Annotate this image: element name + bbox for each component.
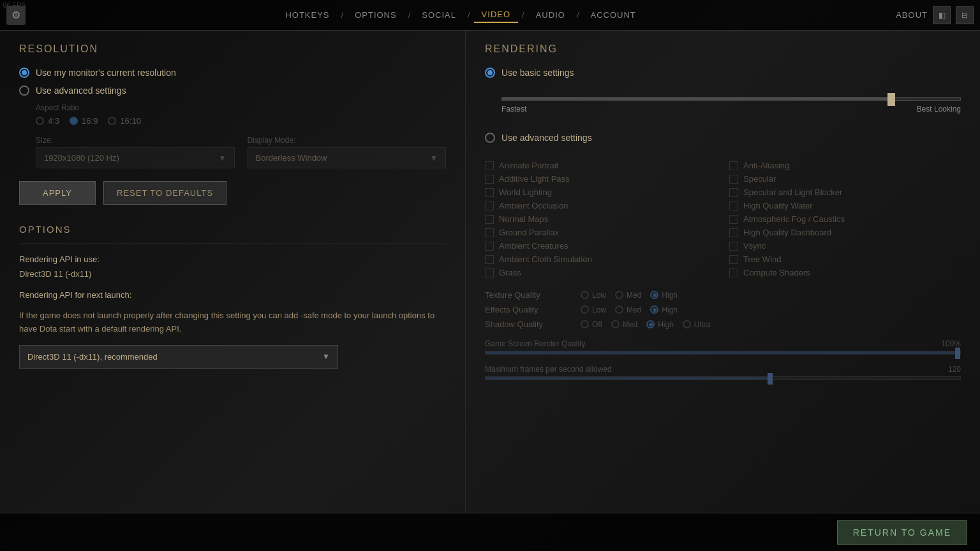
frames-thumb[interactable] xyxy=(768,373,773,385)
checkbox-normal-maps-label: Normal Maps xyxy=(499,214,548,224)
shadow-off: Off xyxy=(581,320,602,329)
advanced-section: Aspect Ratio 4:3 16:9 16:10 xyxy=(36,103,446,168)
aspect-ratio-options: 4:3 16:9 16:10 xyxy=(36,116,446,126)
texture-med-label: Med xyxy=(627,291,641,300)
effects-med-label: Med xyxy=(627,305,641,314)
use-monitor-resolution-label: Use my monitor's current resolution xyxy=(36,68,176,78)
use-basic-settings-radio[interactable] xyxy=(485,68,495,78)
texture-quality-label: Texture Quality xyxy=(485,290,574,300)
render-quality-label: Game Screen Render Quality xyxy=(485,339,585,348)
nav-item-account[interactable]: ACCOUNT xyxy=(583,8,644,22)
effects-med: Med xyxy=(615,305,641,314)
checkbox-high-quality-water-label: High Quality Water xyxy=(743,201,813,210)
shadow-high: High xyxy=(646,320,674,329)
use-monitor-resolution-option[interactable]: Use my monitor's current resolution xyxy=(19,68,446,78)
texture-low-radio xyxy=(581,291,589,299)
nav-item-video[interactable]: VIDEO xyxy=(474,7,518,23)
shadow-ultra-label: Ultra xyxy=(694,320,710,329)
api-dropdown[interactable]: Direct3D 11 (-dx11), recommended ▼ xyxy=(19,345,338,369)
nav-item-social[interactable]: SOCIAL xyxy=(414,8,464,22)
nav-icon-2[interactable]: ⊟ xyxy=(956,6,974,24)
size-dropdown-group: Size: 1920x1080 (120 Hz) ▼ xyxy=(36,136,235,168)
checkbox-animate-portrait: Animate Portrait xyxy=(485,161,716,170)
use-basic-settings-option[interactable]: Use basic settings xyxy=(485,68,961,78)
use-advanced-settings-option[interactable]: Use advanced settings xyxy=(19,85,446,96)
texture-med: Med xyxy=(615,291,641,300)
checkbox-tree-wind-box xyxy=(729,255,738,264)
render-quality-thumb[interactable] xyxy=(955,348,960,359)
checkbox-ambient-creatures-label: Ambient Creatures xyxy=(499,241,568,251)
nav-item-options[interactable]: OPTIONS xyxy=(347,8,405,22)
nav-about-link[interactable]: ABOUT xyxy=(896,10,928,20)
effects-low-radio xyxy=(581,305,589,314)
display-mode-dropdown[interactable]: Borderless Window ▼ xyxy=(248,147,447,168)
use-advanced-settings-radio[interactable] xyxy=(19,85,29,96)
shadow-ultra: Ultra xyxy=(683,320,710,329)
checkbox-grass-label: Grass xyxy=(499,268,521,277)
nav-icon-1[interactable]: ◧ xyxy=(933,6,951,24)
checkbox-grass: Grass xyxy=(485,268,716,277)
nav-separator-2: / xyxy=(408,10,411,20)
quality-slider-track[interactable] xyxy=(501,97,961,101)
use-advanced-rendering-option[interactable]: Use advanced settings xyxy=(485,133,961,143)
main-content: RESOLUTION Use my monitor's current reso… xyxy=(0,31,980,513)
nav-items-container: HOTKEYS / OPTIONS / SOCIAL / VIDEO / AUD… xyxy=(26,7,896,23)
checkbox-ambient-occlusion: Ambient Occlusion xyxy=(485,201,716,210)
display-mode-dropdown-group: Display Mode: Borderless Window ▼ xyxy=(248,136,447,168)
display-mode-value: Borderless Window xyxy=(256,153,327,163)
checkbox-world-lighting-label: World Lighting xyxy=(499,187,552,197)
quality-slider-thumb[interactable] xyxy=(887,93,895,106)
settings-gear-icon[interactable]: ⚙ xyxy=(6,6,26,25)
options-section-title: OPTIONS xyxy=(19,224,446,235)
effects-high-label: High xyxy=(662,305,678,314)
aspect-16-10: 16:10 xyxy=(108,116,141,126)
render-quality-fill xyxy=(486,351,960,354)
reset-button[interactable]: RESET TO DEFAULTS xyxy=(103,181,226,205)
effects-quality-options: Low Med High xyxy=(581,305,678,314)
api-dropdown-arrow: ▼ xyxy=(322,352,330,361)
frames-slider[interactable] xyxy=(485,376,961,380)
use-advanced-rendering-label: Use advanced settings xyxy=(501,133,592,143)
slider-right-label: Best Looking xyxy=(917,105,961,114)
effects-med-radio xyxy=(615,305,623,314)
render-quality-section: Game Screen Render Quality 100% xyxy=(485,339,961,355)
nav-right-area: ABOUT ◧ ⊟ xyxy=(896,6,974,24)
api-next-label: Rendering API for next launch: xyxy=(19,289,446,302)
size-value: 1920x1080 (120 Hz) xyxy=(44,153,119,163)
checkbox-ambient-occlusion-label: Ambient Occlusion xyxy=(499,201,568,210)
rendering-title: RENDERING xyxy=(485,43,961,55)
shadow-high-radio xyxy=(646,320,655,328)
checkbox-high-quality-water-box xyxy=(729,202,738,210)
top-navigation: ⚙ HOTKEYS / OPTIONS / SOCIAL / VIDEO / A… xyxy=(0,0,980,31)
frames-value: 120 xyxy=(948,365,961,374)
effects-quality-label: Effects Quality xyxy=(485,305,574,314)
checkbox-high-quality-dashboard: High Quality Dashboard xyxy=(729,228,961,237)
use-monitor-resolution-radio[interactable] xyxy=(19,68,29,78)
aspect-ratio-label: Aspect Ratio xyxy=(36,103,446,112)
checkbox-compute-shaders: Compute Shaders xyxy=(729,268,961,277)
checkbox-vsync-label: Vsync xyxy=(743,241,766,251)
checkbox-ambient-occlusion-box xyxy=(485,202,494,210)
render-quality-label-row: Game Screen Render Quality 100% xyxy=(485,339,961,348)
texture-high: High xyxy=(650,291,678,300)
nav-item-hotkeys[interactable]: HOTKEYS xyxy=(278,8,337,22)
slider-left-label: Fastest xyxy=(501,105,526,114)
aspect-16-9-label: 16:9 xyxy=(82,116,98,126)
apply-button[interactable]: APPLY xyxy=(19,181,96,205)
return-to-game-button[interactable]: RETURN TO GAME xyxy=(837,520,967,545)
shadow-off-radio xyxy=(581,320,589,328)
render-quality-slider[interactable] xyxy=(485,351,961,355)
quality-rows: Texture Quality Low Med High xyxy=(485,290,961,329)
shadow-quality-row: Shadow Quality Off Med High xyxy=(485,320,961,329)
use-advanced-rendering-radio[interactable] xyxy=(485,133,495,143)
display-mode-arrow: ▼ xyxy=(430,154,438,163)
checkbox-normal-maps: Normal Maps xyxy=(485,214,716,224)
texture-high-radio xyxy=(650,291,658,299)
size-dropdown[interactable]: 1920x1080 (120 Hz) ▼ xyxy=(36,147,235,168)
frames-label: Maximum frames per second allowed xyxy=(485,365,612,374)
nav-item-audio[interactable]: AUDIO xyxy=(528,8,573,22)
frames-section: Maximum frames per second allowed 120 xyxy=(485,365,961,380)
checkbox-specular-light-blocker-box xyxy=(729,188,738,197)
aspect-16-10-label: 16:10 xyxy=(120,116,141,126)
checkbox-compute-shaders-label: Compute Shaders xyxy=(743,268,810,277)
